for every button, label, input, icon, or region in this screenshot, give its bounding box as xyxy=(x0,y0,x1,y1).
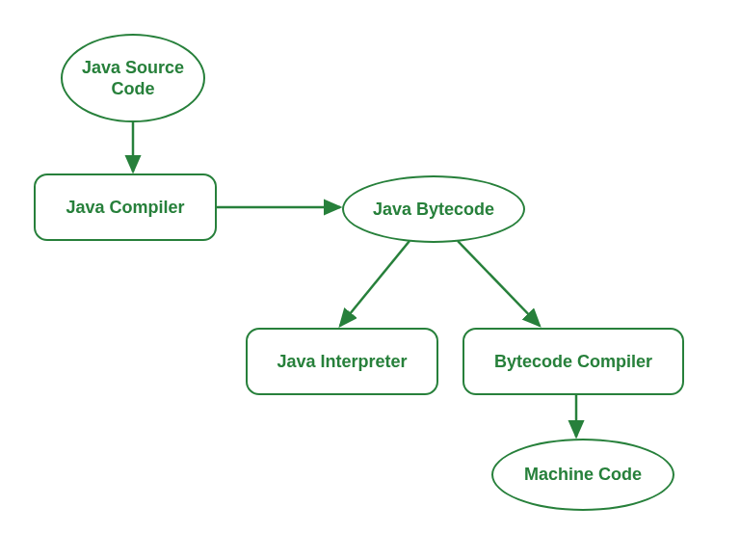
node-java-compiler: Java Compiler xyxy=(34,173,217,241)
node-label: Java Interpreter xyxy=(277,351,407,373)
node-label: Bytecode Compiler xyxy=(494,351,652,373)
node-java-interpreter: Java Interpreter xyxy=(246,328,438,395)
node-label: Java SourceCode xyxy=(82,57,184,100)
node-label: Java Bytecode xyxy=(373,199,494,221)
arrow-java_bytecode-to-bytecode_compiler xyxy=(458,241,540,326)
node-label: Java Compiler xyxy=(66,197,184,219)
node-source-code: Java SourceCode xyxy=(61,34,205,122)
arrow-java_bytecode-to-java_interpreter xyxy=(340,241,410,326)
node-machine-code: Machine Code xyxy=(491,439,674,511)
node-bytecode-compiler: Bytecode Compiler xyxy=(462,328,684,395)
node-label: Machine Code xyxy=(524,464,642,486)
node-java-bytecode: Java Bytecode xyxy=(342,175,525,243)
